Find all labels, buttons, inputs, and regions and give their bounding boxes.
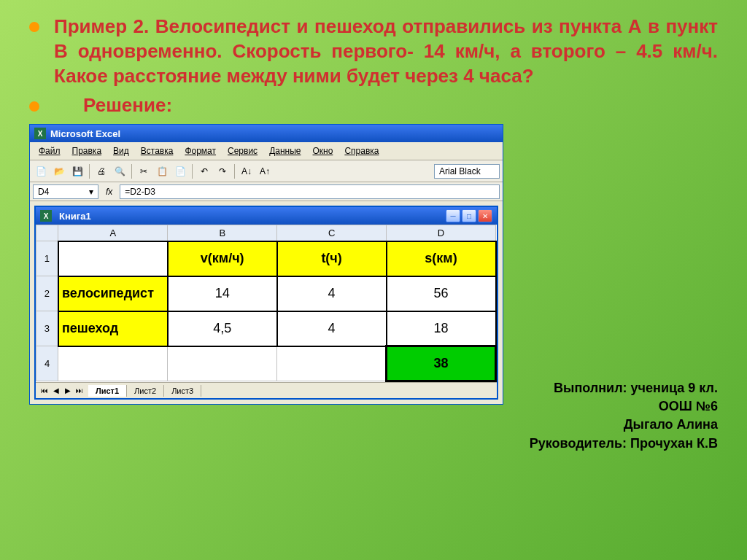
table-row: 1 v(км/ч) t(ч) s(км) <box>36 241 496 276</box>
sheet-tab-1[interactable]: Лист1 <box>88 385 127 397</box>
close-button[interactable]: ✕ <box>478 209 492 222</box>
row-header[interactable]: 3 <box>36 311 58 346</box>
save-icon[interactable]: 💾 <box>69 163 85 179</box>
separator <box>89 164 90 179</box>
new-doc-icon[interactable]: 📄 <box>33 163 49 179</box>
row-header[interactable]: 2 <box>36 276 58 311</box>
name-box[interactable]: D4 ▾ <box>33 184 98 199</box>
redo-icon[interactable]: ↷ <box>214 163 231 179</box>
excel-app-icon: X <box>34 128 46 139</box>
slide: Пример 2. Велосипедист и пешеход отправи… <box>0 0 747 560</box>
credit-line: Дыгало Алина <box>499 416 718 434</box>
cell-d1[interactable]: s(км) <box>387 241 496 276</box>
menu-view[interactable]: Вид <box>107 144 135 158</box>
cell-b3[interactable]: 4,5 <box>168 311 277 346</box>
active-cell-ref: D4 <box>38 187 49 197</box>
cell-a1[interactable] <box>58 241 168 276</box>
menu-file[interactable]: Файл <box>33 144 66 158</box>
table-row: 3 пешеход 4,5 4 18 <box>36 311 496 346</box>
separator <box>192 164 193 179</box>
workbook-titlebar[interactable]: X Книга1 ─ □ ✕ <box>36 207 497 225</box>
menu-format[interactable]: Формат <box>179 144 222 158</box>
cell-a4[interactable] <box>58 346 168 381</box>
formula-input[interactable]: =D2-D3 <box>120 184 500 199</box>
problem-text: Пример 2. Велосипедист и пешеход отправи… <box>54 15 718 88</box>
undo-icon[interactable]: ↶ <box>196 163 212 179</box>
sort-asc-icon[interactable]: A↓ <box>239 163 255 179</box>
problem-bullet: Пример 2. Велосипедист и пешеход отправи… <box>29 15 718 88</box>
grid-area: A B C D 1 v(км/ч) t(ч) s(км) <box>36 225 497 382</box>
credits-block: Выполнил: ученица 9 кл. ООШ №6 Дыгало Ал… <box>499 379 718 453</box>
dropdown-icon[interactable]: ▾ <box>89 187 93 197</box>
menu-insert[interactable]: Вставка <box>135 144 179 158</box>
menu-help[interactable]: Справка <box>338 144 384 158</box>
table-row: 4 38 <box>36 346 496 381</box>
cell-b4[interactable] <box>168 346 277 381</box>
workbook-icon: X <box>40 210 52 222</box>
open-icon[interactable]: 📂 <box>51 163 67 179</box>
paste-icon[interactable]: 📄 <box>172 163 188 179</box>
sheet-tab-3[interactable]: Лист3 <box>164 385 201 397</box>
cell-a3[interactable]: пешеход <box>58 311 168 346</box>
maximize-button[interactable]: □ <box>462 209 476 222</box>
cell-d3[interactable]: 18 <box>387 311 496 346</box>
cell-d2[interactable]: 56 <box>387 276 496 311</box>
spreadsheet-grid[interactable]: A B C D 1 v(км/ч) t(ч) s(км) <box>36 225 497 382</box>
menu-data[interactable]: Данные <box>263 144 306 158</box>
menu-window[interactable]: Окно <box>306 144 338 158</box>
window-controls: ─ □ ✕ <box>446 209 492 222</box>
cell-c1[interactable]: t(ч) <box>277 241 387 276</box>
excel-window: X Microsoft Excel Файл Правка Вид Вставк… <box>29 124 503 405</box>
col-header-a[interactable]: A <box>58 225 168 241</box>
tab-next-icon[interactable]: ▶ <box>62 385 74 397</box>
column-header-row: A B C D <box>36 225 496 241</box>
sort-desc-icon[interactable]: A↑ <box>257 163 273 179</box>
credit-line: Руководитель: Прочухан К.В <box>499 435 718 453</box>
workbook-window: X Книга1 ─ □ ✕ A B <box>34 206 498 400</box>
bullet-icon <box>29 22 39 32</box>
formula-bar: D4 ▾ fx =D2-D3 <box>30 182 503 201</box>
cut-icon[interactable]: ✂ <box>136 163 152 179</box>
solution-bullet: Решение: <box>29 94 718 117</box>
separator <box>234 164 235 179</box>
credit-line: ООШ №6 <box>499 397 718 416</box>
tab-prev-icon[interactable]: ◀ <box>50 385 62 397</box>
cell-a2[interactable]: велосипедист <box>58 276 168 311</box>
separator <box>131 164 132 179</box>
workbook-title: X Книга1 <box>40 210 91 222</box>
cell-b2[interactable]: 14 <box>168 276 277 311</box>
menu-edit[interactable]: Правка <box>66 144 108 158</box>
tab-last-icon[interactable]: ⏭ <box>74 385 85 397</box>
col-header-c[interactable]: C <box>277 225 387 241</box>
cell-c3[interactable]: 4 <box>277 311 387 346</box>
tab-first-icon[interactable]: ⏮ <box>39 385 50 397</box>
cell-d4-active[interactable]: 38 <box>387 346 496 381</box>
standard-toolbar: 📄 📂 💾 🖨 🔍 ✂ 📋 📄 ↶ ↷ A↓ A↑ Arial Black <box>30 160 503 182</box>
preview-icon[interactable]: 🔍 <box>112 163 128 179</box>
sheet-tabs-bar: ⏮ ◀ ▶ ⏭ Лист1 Лист2 Лист3 <box>36 382 497 398</box>
select-all-corner[interactable] <box>36 225 58 241</box>
solution-label: Решение: <box>83 94 172 117</box>
cell-c2[interactable]: 4 <box>277 276 387 311</box>
credit-line: Выполнил: ученица 9 кл. <box>499 379 718 397</box>
minimize-button[interactable]: ─ <box>446 209 460 222</box>
row-header[interactable]: 4 <box>36 346 58 381</box>
fx-icon[interactable]: fx <box>101 187 117 197</box>
menu-bar: Файл Правка Вид Вставка Формат Сервис Да… <box>30 142 503 160</box>
row-header[interactable]: 1 <box>36 241 58 276</box>
sheet-tab-2[interactable]: Лист2 <box>127 385 164 397</box>
cell-b1[interactable]: v(км/ч) <box>168 241 277 276</box>
bullet-icon <box>29 101 39 112</box>
print-icon[interactable]: 🖨 <box>93 163 109 179</box>
tab-nav: ⏮ ◀ ▶ ⏭ <box>36 385 88 397</box>
excel-screenshot: X Microsoft Excel Файл Правка Вид Вставк… <box>29 124 503 405</box>
cell-c4[interactable] <box>277 346 387 381</box>
excel-titlebar[interactable]: X Microsoft Excel <box>30 125 503 142</box>
excel-app-title: Microsoft Excel <box>50 128 120 139</box>
col-header-b[interactable]: B <box>168 225 277 241</box>
font-name-selector[interactable]: Arial Black <box>434 164 500 179</box>
col-header-d[interactable]: D <box>387 225 496 241</box>
menu-tools[interactable]: Сервис <box>222 144 263 158</box>
table-row: 2 велосипедист 14 4 56 <box>36 276 496 311</box>
copy-icon[interactable]: 📋 <box>154 163 170 179</box>
